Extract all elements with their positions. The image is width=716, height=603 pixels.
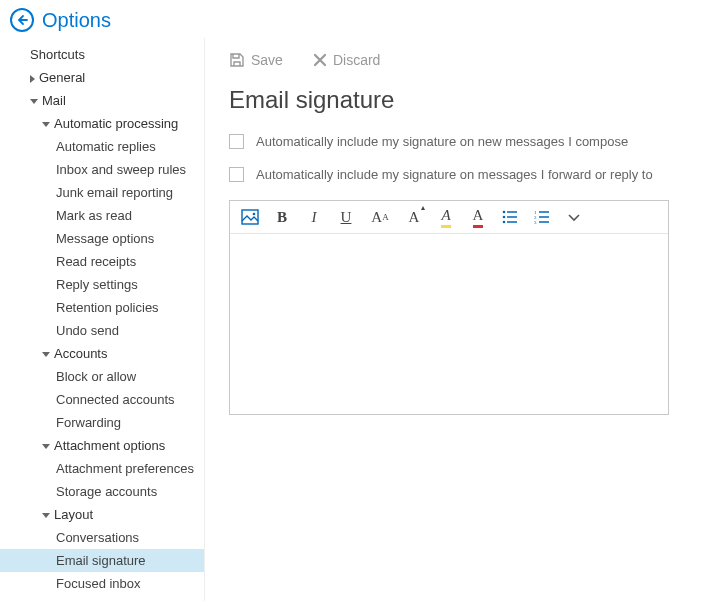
number-list-button[interactable]: 1 2 3	[532, 207, 552, 227]
sidebar-item-shortcuts[interactable]: Shortcuts	[0, 43, 204, 66]
sidebar-item-attachment-options[interactable]: Attachment options	[0, 434, 204, 457]
sidebar-item-junk[interactable]: Junk email reporting	[0, 181, 204, 204]
back-button[interactable]	[10, 8, 34, 32]
sidebar-item-read-receipts[interactable]: Read receipts	[0, 250, 204, 273]
sidebar-label: Conversations	[56, 530, 139, 545]
sidebar-item-connected[interactable]: Connected accounts	[0, 388, 204, 411]
sidebar-label: Automatic processing	[54, 116, 178, 131]
font-size-button[interactable]: AA	[368, 207, 392, 227]
grow-font-button[interactable]: A▴	[404, 207, 424, 227]
sidebar-item-attachment-prefs[interactable]: Attachment preferences	[0, 457, 204, 480]
discard-button[interactable]: Discard	[313, 52, 380, 68]
underline-button[interactable]: U	[336, 207, 356, 227]
svg-point-4	[503, 216, 506, 219]
sidebar-item-inbox-sweep[interactable]: Inbox and sweep rules	[0, 158, 204, 181]
bullets-icon	[502, 210, 518, 224]
sidebar-item-email-signature[interactable]: Email signature	[0, 549, 204, 572]
sidebar-item-reply-settings[interactable]: Reply settings	[0, 273, 204, 296]
discard-icon	[313, 53, 327, 67]
sidebar-label: Accounts	[54, 346, 107, 361]
sidebar-item-auto-processing[interactable]: Automatic processing	[0, 112, 204, 135]
sidebar-label: Undo send	[56, 323, 119, 338]
header: Options	[0, 0, 716, 38]
editor-textarea[interactable]	[230, 234, 668, 250]
bullet-list-button[interactable]	[500, 207, 520, 227]
sidebar-item-conversations[interactable]: Conversations	[0, 526, 204, 549]
sidebar-label: General	[39, 70, 85, 85]
save-icon	[229, 52, 245, 68]
sidebar-label: Message options	[56, 231, 154, 246]
sidebar: Shortcuts General Mail Automatic process…	[0, 38, 205, 601]
sidebar-label: Inbox and sweep rules	[56, 162, 186, 177]
more-formatting-button[interactable]	[564, 207, 584, 227]
sidebar-label: Shortcuts	[30, 47, 85, 62]
save-button[interactable]: Save	[229, 52, 283, 68]
checkbox-auto-new[interactable]	[229, 134, 244, 149]
checkbox-auto-forward[interactable]	[229, 167, 244, 182]
save-label: Save	[251, 52, 283, 68]
image-icon	[241, 209, 259, 225]
caret-down-icon	[30, 99, 38, 104]
sidebar-label: Block or allow	[56, 369, 136, 384]
sidebar-label: Storage accounts	[56, 484, 157, 499]
caret-down-icon	[42, 513, 50, 518]
sidebar-label: Email signature	[56, 553, 146, 568]
arrow-left-icon	[16, 14, 28, 26]
sidebar-item-retention[interactable]: Retention policies	[0, 296, 204, 319]
sidebar-label: Read receipts	[56, 254, 136, 269]
option-label: Automatically include my signature on me…	[256, 167, 653, 182]
svg-rect-0	[242, 210, 258, 224]
option-auto-forward: Automatically include my signature on me…	[229, 167, 692, 182]
sidebar-label: Mail	[42, 93, 66, 108]
signature-editor: B I U AA A▴ A A	[229, 200, 669, 415]
sidebar-item-layout[interactable]: Layout	[0, 503, 204, 526]
sidebar-label: Forwarding	[56, 415, 121, 430]
discard-label: Discard	[333, 52, 380, 68]
insert-image-button[interactable]	[240, 207, 260, 227]
chevron-down-icon	[567, 212, 581, 222]
sidebar-label: Mark as read	[56, 208, 132, 223]
bold-button[interactable]: B	[272, 207, 292, 227]
sidebar-label: Attachment preferences	[56, 461, 194, 476]
editor-toolbar: B I U AA A▴ A A	[230, 201, 668, 234]
italic-button[interactable]: I	[304, 207, 324, 227]
sidebar-item-focused-inbox[interactable]: Focused inbox	[0, 572, 204, 595]
numbers-icon: 1 2 3	[534, 210, 550, 224]
sidebar-label: Retention policies	[56, 300, 159, 315]
sidebar-label: Focused inbox	[56, 576, 141, 591]
sidebar-item-block-allow[interactable]: Block or allow	[0, 365, 204, 388]
sidebar-item-message-options[interactable]: Message options	[0, 227, 204, 250]
option-auto-new: Automatically include my signature on ne…	[229, 134, 692, 149]
option-label: Automatically include my signature on ne…	[256, 134, 628, 149]
highlight-button[interactable]: A	[436, 207, 456, 227]
font-color-button[interactable]: A	[468, 207, 488, 227]
caret-down-icon	[42, 352, 50, 357]
action-toolbar: Save Discard	[229, 52, 692, 68]
sidebar-label: Layout	[54, 507, 93, 522]
main-content: Save Discard Email signature Automatical…	[205, 38, 716, 601]
sidebar-label: Automatic replies	[56, 139, 156, 154]
sidebar-item-storage[interactable]: Storage accounts	[0, 480, 204, 503]
sidebar-item-undo-send[interactable]: Undo send	[0, 319, 204, 342]
sidebar-item-general[interactable]: General	[0, 66, 204, 89]
sidebar-item-mail[interactable]: Mail	[0, 89, 204, 112]
sidebar-label: Reply settings	[56, 277, 138, 292]
sidebar-item-auto-replies[interactable]: Automatic replies	[0, 135, 204, 158]
sidebar-label: Attachment options	[54, 438, 165, 453]
svg-point-1	[253, 213, 256, 216]
sidebar-item-accounts[interactable]: Accounts	[0, 342, 204, 365]
sidebar-item-forwarding[interactable]: Forwarding	[0, 411, 204, 434]
caret-right-icon	[30, 75, 35, 83]
caret-down-icon	[42, 444, 50, 449]
sidebar-item-mark-read[interactable]: Mark as read	[0, 204, 204, 227]
caret-down-icon	[42, 122, 50, 127]
page-header-title: Options	[42, 9, 111, 32]
page-title: Email signature	[229, 86, 692, 114]
svg-text:3: 3	[534, 220, 537, 224]
sidebar-label: Junk email reporting	[56, 185, 173, 200]
svg-point-6	[503, 221, 506, 224]
sidebar-label: Connected accounts	[56, 392, 175, 407]
svg-point-2	[503, 211, 506, 214]
